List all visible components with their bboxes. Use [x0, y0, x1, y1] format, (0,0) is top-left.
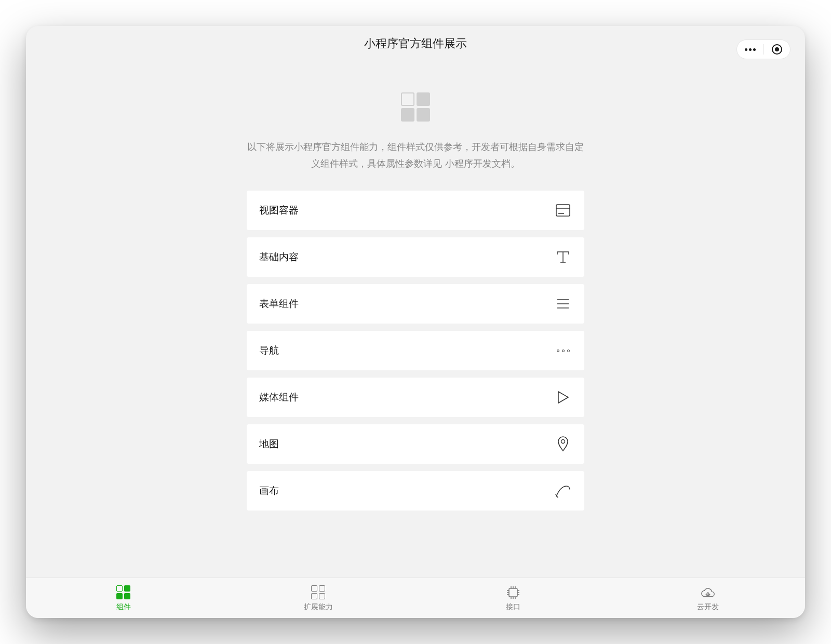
tab-label: 扩展能力 [304, 602, 333, 612]
list-item-label: 媒体组件 [259, 391, 299, 404]
list-item-map[interactable]: 地图 [247, 424, 584, 464]
list-item-label: 基础内容 [259, 250, 299, 264]
svg-rect-0 [556, 205, 570, 216]
panel-icon [555, 203, 571, 218]
target-icon [772, 44, 782, 55]
list-item-label: 导航 [259, 344, 279, 357]
tab-components[interactable]: 组件 [26, 578, 221, 618]
play-icon [555, 390, 571, 405]
tab-label: 接口 [506, 602, 520, 612]
svg-marker-11 [558, 392, 568, 403]
list-item-canvas[interactable]: 画布 [247, 471, 584, 511]
tab-label: 云开发 [697, 602, 719, 612]
extend-tab-icon [311, 585, 326, 600]
list-item-label: 视图容器 [259, 204, 299, 217]
tab-extend[interactable]: 扩展能力 [221, 578, 416, 618]
list-item-label: 地图 [259, 437, 279, 451]
capsule [736, 39, 790, 59]
list-lines-icon [555, 296, 571, 312]
curve-icon [555, 483, 571, 499]
tabbar: 组件 扩展能力 接口 [26, 578, 805, 618]
text-icon [555, 249, 571, 265]
tab-api[interactable]: 接口 [416, 578, 610, 618]
nav-dots-icon [555, 343, 571, 358]
list-item-label: 表单组件 [259, 297, 299, 311]
content-area: 以下将展示小程序官方组件能力，组件样式仅供参考，开发者可根据自身需求自定义组件样… [26, 61, 805, 578]
api-tab-icon [505, 585, 521, 600]
component-category-list: 视图容器 基础内容 [247, 191, 584, 511]
list-item-view-container[interactable]: 视图容器 [247, 191, 584, 230]
cloud-tab-icon [700, 585, 716, 600]
components-hero-icon [401, 92, 430, 122]
list-item-basic-content[interactable]: 基础内容 [247, 237, 584, 277]
app-window: 小程序官方组件展示 以下将展示小程序官方组件能力，组件样式仅供参考，开发者可根据… [26, 26, 805, 618]
capsule-more-button[interactable] [737, 40, 763, 59]
page-title: 小程序官方组件展示 [364, 36, 467, 51]
header: 小程序官方组件展示 [26, 26, 805, 61]
list-item-navigation[interactable]: 导航 [247, 331, 584, 370]
more-dots-icon [745, 48, 756, 51]
tab-cloud[interactable]: 云开发 [610, 578, 805, 618]
components-tab-icon [116, 585, 131, 600]
list-item-label: 画布 [259, 484, 279, 498]
list-item-media[interactable]: 媒体组件 [247, 378, 584, 417]
capsule-close-button[interactable] [764, 40, 790, 59]
tab-label: 组件 [116, 602, 131, 612]
location-icon [555, 436, 571, 452]
page-description: 以下将展示小程序官方组件能力，组件样式仅供参考，开发者可根据自身需求自定义组件样… [247, 139, 584, 172]
list-item-form[interactable]: 表单组件 [247, 284, 584, 324]
svg-point-12 [561, 440, 565, 444]
docs-link[interactable]: 小程序开发文档 [445, 158, 511, 169]
svg-rect-14 [509, 588, 517, 597]
